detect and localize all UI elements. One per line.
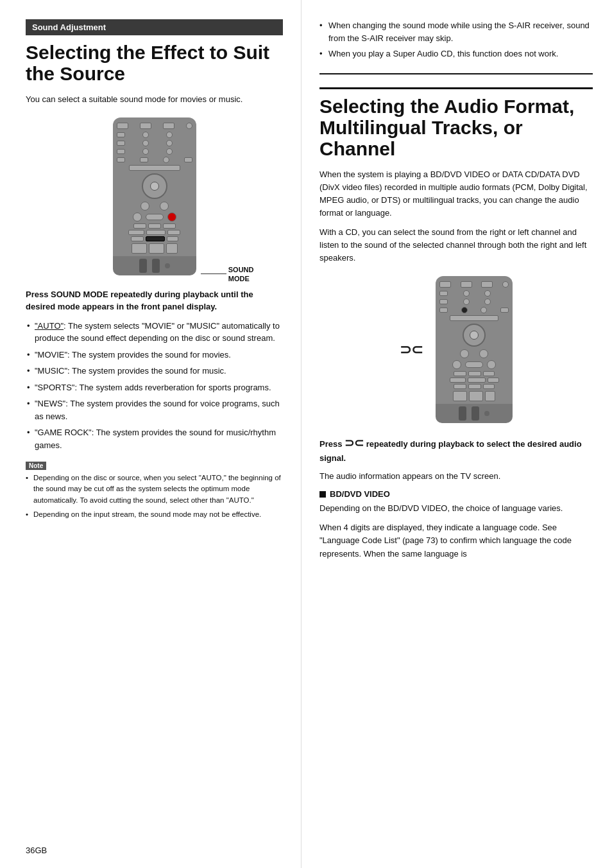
bd-dvd-label: BD/DVD VIDEO bbox=[330, 489, 390, 499]
remote-circle-2 bbox=[142, 132, 149, 138]
r2-circle-2 bbox=[463, 290, 470, 297]
r2-sm-2 bbox=[468, 371, 481, 376]
remote-red-dot bbox=[167, 213, 176, 221]
intro-text: You can select a suitable sound mode for… bbox=[26, 93, 283, 106]
remote-sm-1 bbox=[133, 223, 146, 229]
remote-btn-8 bbox=[140, 157, 148, 162]
r2-c1 bbox=[452, 360, 461, 369]
remote-speaker-2 bbox=[152, 259, 160, 273]
remote-circle-1 bbox=[186, 123, 192, 129]
r2-circle-5 bbox=[484, 299, 491, 305]
remote-control bbox=[113, 117, 196, 275]
right-divider bbox=[319, 73, 593, 74]
bullet-item-auto: "AUTO": The system selects "MOVIE" or "M… bbox=[26, 320, 283, 345]
page-number: 36GB bbox=[26, 846, 47, 855]
r2-spk-dot bbox=[484, 411, 489, 416]
sound-mode-button bbox=[146, 236, 165, 241]
r2-sm-1 bbox=[454, 371, 466, 376]
remote-circle-4 bbox=[142, 140, 149, 146]
remote-speaker-1 bbox=[139, 259, 147, 273]
r2-btm-3 bbox=[485, 391, 495, 401]
note-item-2: Depending on the input stream, the sound… bbox=[26, 509, 283, 520]
remote-sm-8 bbox=[167, 236, 178, 241]
remote-sm-3 bbox=[163, 223, 176, 229]
r2-sm-4 bbox=[450, 378, 466, 383]
right-body2: With a CD, you can select the sound from… bbox=[319, 226, 593, 265]
right-body3: The audio information appears on the TV … bbox=[319, 470, 593, 483]
bullet-item-movie: "MOVIE": The system provides the sound f… bbox=[26, 349, 283, 361]
r2-sm-6 bbox=[488, 378, 499, 383]
r2-c2 bbox=[487, 360, 496, 369]
section-band: Sound Adjustment bbox=[26, 19, 283, 35]
remote-speaker-dot bbox=[165, 263, 170, 268]
remote-illustration-right: ⊃⊂ bbox=[319, 276, 593, 423]
remote-sm-6 bbox=[167, 230, 180, 235]
remote-btn-6 bbox=[117, 149, 125, 154]
right-bullet-1: When changing the sound mode while using… bbox=[319, 19, 593, 44]
remote-circle-8 bbox=[163, 157, 169, 163]
r2-spk-1 bbox=[459, 406, 466, 421]
sound-mode-label-text: SOUNDMODE bbox=[228, 265, 254, 284]
remote-btn-5 bbox=[117, 141, 125, 146]
instruction-bold: Press SOUND MODE repeatedly during playb… bbox=[26, 288, 283, 313]
r2-nav-circle bbox=[463, 324, 486, 347]
r2-center-btn bbox=[470, 331, 479, 340]
remote-oval-1 bbox=[146, 214, 164, 220]
note-box: Note Depending on the disc or source, wh… bbox=[26, 460, 283, 520]
remote-btn-4 bbox=[117, 132, 125, 137]
r2-sm-7 bbox=[454, 384, 466, 389]
r2-btn-5 bbox=[439, 299, 448, 304]
left-main-title: Selecting the Effect to Suit the Source bbox=[26, 42, 283, 84]
remote-sm-2 bbox=[148, 223, 161, 229]
r2-oval bbox=[465, 361, 483, 368]
remote-nav-circle bbox=[142, 173, 167, 199]
remote-btn-7 bbox=[117, 157, 125, 162]
annotation-line bbox=[201, 273, 226, 274]
bd-dvd-text2: When 4 digits are displayed, they indica… bbox=[319, 521, 593, 560]
page: Sound Adjustment Selecting the Effect to… bbox=[0, 0, 612, 868]
r2-spk-2 bbox=[472, 406, 479, 421]
left-column: Sound Adjustment Selecting the Effect to… bbox=[0, 0, 302, 868]
r2-circle-3 bbox=[484, 290, 491, 297]
r2-circle-6 bbox=[461, 307, 468, 313]
r2-btn-2 bbox=[461, 281, 472, 288]
remote-btn-9 bbox=[184, 157, 192, 162]
r2-sm-8 bbox=[468, 384, 481, 389]
r2-wide-btn bbox=[450, 315, 498, 321]
right-bullet-2: When you play a Super Audio CD, this fun… bbox=[319, 48, 593, 60]
r2-circle-1 bbox=[502, 281, 509, 288]
remote-illustration-left: SOUNDMODE bbox=[26, 117, 283, 275]
note-item-1: Depending on the disc or source, when yo… bbox=[26, 473, 283, 506]
right-main-title: Selecting the Audio Format, Multilingual… bbox=[319, 87, 593, 159]
bullet-item-music: "MUSIC": The system provides the sound f… bbox=[26, 365, 283, 378]
press-symbol: ⊃⊂ bbox=[344, 437, 364, 449]
r2-circle-7 bbox=[480, 307, 487, 313]
r2-btn-6 bbox=[439, 308, 448, 313]
r2-btm-2 bbox=[469, 391, 483, 401]
remote-left-btn bbox=[140, 202, 149, 211]
remote-circle-7 bbox=[166, 148, 173, 155]
r2-btn-1 bbox=[439, 281, 451, 288]
note-label: Note bbox=[26, 462, 46, 470]
remote-btm-2 bbox=[149, 243, 164, 254]
right-body1: When the system is playing a BD/DVD VIDE… bbox=[319, 168, 593, 220]
remote-center-btn bbox=[150, 182, 159, 191]
bd-dvd-text1: Depending on the BD/DVD VIDEO, the choic… bbox=[319, 502, 593, 515]
remote-btn-3 bbox=[163, 123, 174, 129]
r2-btn-6b bbox=[500, 308, 509, 313]
note-list: Depending on the disc or source, when yo… bbox=[26, 473, 283, 520]
r2-left bbox=[460, 349, 469, 358]
bullet-item-gamerock: "GAME ROCK": The system provides the sou… bbox=[26, 426, 283, 451]
r2-right bbox=[479, 349, 488, 358]
square-icon bbox=[319, 491, 326, 498]
r2-btm-1 bbox=[453, 391, 467, 401]
remote-btm-1 bbox=[132, 243, 147, 254]
remote-btn-1 bbox=[117, 123, 128, 129]
r2-sm-9 bbox=[483, 384, 495, 389]
bullet-item-sports: "SPORTS": The system adds reverberation … bbox=[26, 381, 283, 394]
remote-circle-6 bbox=[142, 148, 149, 155]
remote-c1 bbox=[133, 213, 142, 221]
r2-sm-3 bbox=[483, 371, 495, 376]
auto-underline: "AUTO" bbox=[35, 321, 64, 331]
r2-sm-5 bbox=[468, 378, 486, 383]
